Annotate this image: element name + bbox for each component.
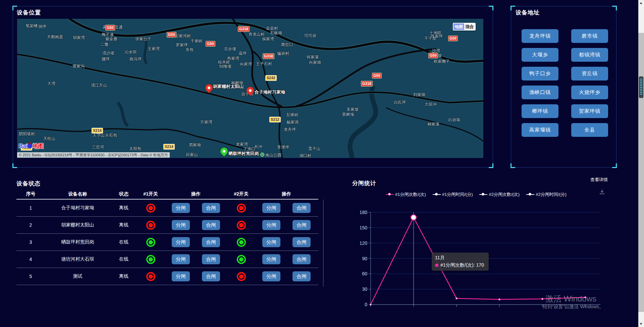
baidu-logo: Bai地图	[19, 142, 44, 150]
legend-item[interactable]: #2分闸时间/(分)	[526, 192, 567, 198]
close-switch-button[interactable]: 合闸	[202, 254, 220, 264]
map-place-label: 方家湾	[200, 119, 212, 125]
cell-switch1	[137, 238, 164, 247]
cell-operations1: 分闸合闸	[164, 220, 228, 230]
legend-item[interactable]: #2分闸次数/(次)	[479, 192, 520, 198]
road-badge: G318	[263, 53, 274, 59]
close-switch-button[interactable]: 合闸	[292, 203, 311, 213]
open-switch-button[interactable]: 分闸	[172, 271, 190, 281]
address-button[interactable]: 大堰乡	[522, 48, 558, 62]
address-button[interactable]: 榔坪镇	[522, 104, 558, 118]
map-place-label: 侯家湾	[262, 36, 274, 42]
open-switch-button[interactable]: 分闸	[262, 203, 280, 213]
table-row: 4塘坊河村大石坝在线分闸合闸分闸合闸	[16, 251, 318, 268]
cell-switch2	[228, 272, 255, 281]
close-switch-button[interactable]: 合闸	[202, 220, 220, 230]
scroll-indicator-widget[interactable]	[639, 76, 643, 98]
address-button[interactable]: 都镇湾镇	[571, 48, 608, 62]
column-header: 设备名称	[45, 191, 110, 197]
map-place-label: 笔架槽	[25, 23, 38, 29]
legend-item[interactable]: #1分闸时间/(分)	[433, 192, 473, 198]
baidu-map[interactable]: 笔架槽洞坪天鹅抱蛋胡家湾高家堰互通梅子溪紫金寨二墩流沙坡沁水坝张家台子王家湾腰坪…	[17, 19, 483, 158]
map-place-label: 二墩	[100, 42, 108, 47]
cell-switch2	[228, 221, 255, 230]
y-tick-label: 180	[360, 210, 368, 215]
road-badge: G50	[428, 53, 438, 58]
map-copyright: © 2021 Baidu - GS(2019)5218号 - 甲测资字11009…	[17, 152, 170, 158]
address-button[interactable]: 全县	[571, 123, 608, 137]
map-place-label: 咕噜垭	[219, 64, 231, 69]
cell-device-name: 晒鼓坪村荒田岗	[45, 239, 110, 245]
park-icon	[260, 153, 264, 157]
scrollbar-up-icon[interactable]	[640, 2, 642, 4]
open-switch-button[interactable]: 分闸	[262, 237, 280, 247]
view-details-link[interactable]: 查看详情	[590, 177, 608, 183]
close-switch-button[interactable]: 合闸	[292, 271, 311, 281]
indicator-red-icon	[237, 272, 246, 281]
indicator-core	[149, 274, 153, 279]
x-tick-label: 11月	[408, 310, 419, 310]
column-header: #2开关	[228, 191, 255, 197]
map-place-label: 天柱山	[43, 136, 55, 142]
indicator-red-icon	[237, 221, 246, 230]
map-place-label: 向家坳	[309, 60, 321, 65]
device-address-title: 设备地址	[516, 9, 540, 16]
close-switch-button[interactable]: 合闸	[292, 254, 311, 264]
indicator-green-icon	[146, 255, 155, 264]
close-switch-button[interactable]: 合闸	[292, 220, 311, 230]
map-type-option-map[interactable]: 地图	[453, 23, 464, 30]
map-type-toggle: 地图 混合	[453, 23, 476, 31]
cell-device-name: 塘坊河村大石坝	[45, 256, 110, 262]
legend-marker-icon	[386, 193, 394, 196]
open-switch-button[interactable]: 分闸	[262, 254, 280, 264]
open-switch-button[interactable]: 分闸	[172, 237, 190, 247]
scrollbar-thumb[interactable]	[638, 33, 644, 312]
corner-accent	[612, 6, 617, 10]
table-row: 2胡家棚村太阳山离线分闸合闸分闸合闸	[16, 217, 318, 234]
y-tick-label: 0	[365, 302, 367, 307]
table-header-row: 序号设备名称状态#1开关操作#2开关操作	[16, 189, 318, 200]
map-type-option-hybrid[interactable]: 混合	[464, 23, 475, 30]
x-tick-label: 10月	[365, 310, 376, 310]
address-button[interactable]: 龙舟坪镇	[522, 29, 558, 43]
close-switch-button[interactable]: 合闸	[202, 271, 220, 281]
open-switch-button[interactable]: 分闸	[172, 203, 190, 213]
cell-operations2: 分闸合闸	[255, 271, 318, 281]
close-switch-button[interactable]: 合闸	[202, 203, 220, 213]
legend-item[interactable]: #1分闸次数/(次)	[386, 192, 426, 198]
table-scrollbar[interactable]	[323, 200, 324, 287]
indicator-green-icon	[237, 255, 246, 264]
open-switch-button[interactable]: 分闸	[172, 220, 190, 230]
table-body: 1合子坳村习家坳离线分闸合闸分闸合闸2胡家棚村太阳山离线分闸合闸分闸合闸3晒鼓坪…	[16, 200, 318, 285]
device-marker-label: 晒鼓坪村荒田岗	[228, 151, 259, 157]
map-place-label: 渡家沟	[72, 63, 85, 69]
column-header: 操作	[255, 191, 318, 197]
map-place-label: 东包	[185, 47, 194, 53]
download-icon[interactable]	[599, 189, 605, 195]
address-button[interactable]: 鸭子口乡	[522, 67, 558, 80]
corner-accent	[12, 163, 17, 168]
map-place-label: 跑马坪	[129, 56, 142, 62]
close-switch-button[interactable]: 合闸	[292, 237, 311, 247]
y-tick-label: 90	[362, 256, 367, 261]
y-tick-label: 30	[362, 286, 367, 292]
address-button[interactable]: 磨市镇	[571, 29, 608, 43]
close-switch-button[interactable]: 合闸	[202, 237, 220, 247]
column-header: 操作	[164, 191, 228, 197]
road-badge: G318	[361, 81, 373, 87]
address-button[interactable]: 资丘镇	[571, 67, 608, 80]
address-button[interactable]: 渔峡口镇	[522, 86, 558, 99]
scrollbar-down-icon[interactable]	[640, 323, 642, 325]
address-button[interactable]: 火烧坪乡	[571, 86, 608, 99]
open-switch-button[interactable]: 分闸	[172, 254, 190, 264]
address-button[interactable]: 高家堰镇	[522, 123, 558, 137]
cell-device-name: 胡家棚村太阳山	[45, 222, 110, 228]
windows-watermark: 激活 Windows	[545, 293, 596, 304]
open-switch-button[interactable]: 分闸	[262, 220, 280, 230]
open-switch-button[interactable]: 分闸	[262, 271, 280, 281]
page-scrollbar[interactable]	[638, 0, 644, 327]
map-place-label: 长冲	[254, 144, 262, 150]
address-button[interactable]: 贺家坪镇	[571, 104, 608, 118]
map-place-label: 周家坳	[189, 142, 201, 148]
x-tick-label: 12月	[451, 310, 462, 310]
